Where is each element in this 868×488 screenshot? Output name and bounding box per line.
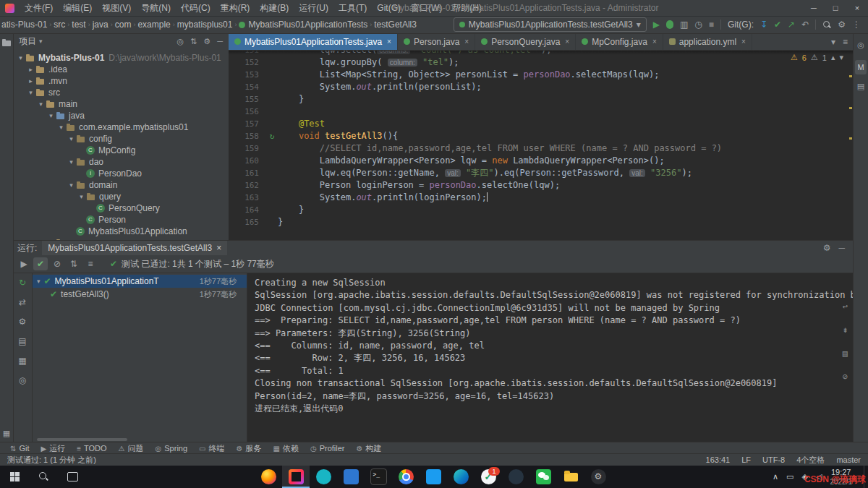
test-suite-row[interactable]: ▾ ✔ MybatisPlus01ApplicationT 1秒77毫秒 bbox=[33, 275, 247, 288]
breadcrumb-item[interactable]: src bbox=[54, 20, 65, 30]
taskbar-app-dark[interactable] bbox=[502, 466, 529, 488]
git-push-button[interactable]: ↗ bbox=[788, 20, 795, 30]
menu-code[interactable]: 代码(C) bbox=[176, 0, 216, 16]
profiler-button[interactable]: ◷ bbox=[694, 20, 702, 30]
pin-tab-icon[interactable]: ▤ bbox=[18, 336, 26, 346]
tab-personquery[interactable]: PersonQuery.java × bbox=[475, 33, 576, 50]
tree-item-mpconfig[interactable]: MpConfig bbox=[13, 145, 229, 156]
run-panel-tab[interactable]: MybatisPlus01ApplicationTests.testGetAll… bbox=[42, 241, 227, 255]
taskbar-terminal[interactable] bbox=[365, 466, 392, 488]
editor-scrollbar[interactable] bbox=[849, 51, 852, 240]
soft-wrap-icon[interactable]: ↩ bbox=[843, 301, 848, 313]
minimize-button[interactable]: ─ bbox=[803, 0, 825, 16]
more-options-icon[interactable]: ⋮ bbox=[852, 20, 861, 30]
breadcrumb-item[interactable]: testGetAll3 bbox=[374, 20, 417, 30]
breadcrumb-item[interactable]: com bbox=[115, 20, 132, 30]
toolwindow-todo-button[interactable]: ≡ TODO bbox=[71, 442, 112, 454]
tree-item-domain[interactable]: ▾ domain bbox=[13, 179, 229, 191]
tree-item-src[interactable]: ▾ src bbox=[13, 87, 229, 98]
close-tab-icon[interactable]: × bbox=[216, 243, 221, 253]
code-line[interactable]: 162 Person loginPerson = personDao.selec… bbox=[229, 179, 854, 192]
taskbar-chrome[interactable] bbox=[392, 466, 420, 488]
taskbar-vscode[interactable] bbox=[420, 466, 447, 488]
inspections-widget[interactable]: ⚠ 6 ⚠ 1 ▴ ▾ bbox=[791, 53, 843, 62]
code-line[interactable]: 153 List<Map<String, Object>> personList… bbox=[229, 69, 854, 81]
clear-console-icon[interactable]: ⊘ bbox=[843, 371, 848, 383]
chevron-down-icon[interactable]: ▾ bbox=[39, 36, 43, 46]
tree-item-java[interactable]: ▾ java bbox=[13, 110, 229, 121]
close-tab-icon[interactable]: × bbox=[387, 38, 391, 46]
code-editor[interactable]: ⚠ 6 ⚠ 1 ▴ ▾ 151 lqw.select(columns: "cou… bbox=[229, 51, 854, 240]
coverage-button[interactable]: ▥ bbox=[680, 20, 688, 30]
taskbar-intellij[interactable] bbox=[282, 466, 310, 488]
code-line[interactable]: 160 LambdaQueryWrapper<Person> lqw = new… bbox=[229, 155, 854, 167]
breadcrumb-item[interactable]: MybatisPlus01ApplicationTests bbox=[248, 20, 367, 30]
code-line[interactable]: 163 System.out.println(loginPerson); bbox=[229, 192, 854, 204]
code-line[interactable]: 159 //SELECT id,name,password,age,tel FR… bbox=[229, 142, 854, 155]
code-line[interactable]: 164 } bbox=[229, 204, 854, 216]
history-icon[interactable]: ▦ bbox=[18, 356, 26, 366]
hide-panel-icon[interactable]: ─ bbox=[217, 37, 223, 46]
code-line[interactable]: 156 bbox=[229, 106, 854, 118]
tree-item-persondao[interactable]: PersonDao bbox=[13, 168, 229, 179]
toolwindow-terminal-button[interactable]: ▭ 终端 bbox=[193, 442, 230, 454]
tree-item-mvn[interactable]: ▸ .mvn bbox=[13, 75, 229, 87]
indent-setting[interactable]: 4个空格 bbox=[796, 455, 825, 466]
project-toolwindow-icon[interactable] bbox=[2, 39, 11, 46]
menu-view[interactable]: 视图(V) bbox=[97, 0, 136, 16]
tab-application-yml[interactable]: application.yml × bbox=[663, 33, 752, 50]
code-line[interactable]: 151 lqw.select(columns: "count(*) as cou… bbox=[229, 51, 854, 56]
taskbar-app-teal[interactable] bbox=[310, 466, 337, 488]
taskbar-app-check[interactable]: 1 bbox=[475, 466, 502, 488]
hide-panel-icon[interactable]: ─ bbox=[838, 243, 845, 253]
show-ignored-toggle[interactable]: ⊘ bbox=[50, 257, 64, 270]
run-console[interactable]: Creating a new SqlSession SqlSession [or… bbox=[247, 273, 854, 443]
show-passed-toggle[interactable]: ✔ bbox=[33, 257, 48, 270]
hidden-tabs-icon[interactable]: ▾ bbox=[831, 37, 835, 47]
code-line[interactable]: 152 lqw.groupBy( column: "tel"); bbox=[229, 56, 854, 69]
run-configuration-select[interactable]: MybatisPlus01ApplicationTests.testGetAll… bbox=[454, 17, 647, 32]
editor-menu-icon[interactable]: ≡ bbox=[843, 37, 848, 47]
cursor-position[interactable]: 163:41 bbox=[706, 455, 731, 464]
taskbar-settings[interactable] bbox=[584, 466, 612, 488]
tray-expand-icon[interactable]: ∧ bbox=[773, 472, 778, 481]
tab-person[interactable]: Person.java × bbox=[398, 33, 475, 50]
tree-item-config[interactable]: ▾ config bbox=[13, 133, 229, 145]
breadcrumb-item[interactable]: atis-Plus-01 bbox=[1, 20, 47, 30]
prev-problem-icon[interactable]: ▴ bbox=[831, 53, 835, 62]
menu-file[interactable]: 文件(F) bbox=[20, 0, 58, 16]
code-line[interactable]: 157 @Test bbox=[229, 118, 854, 130]
toolwindow-dependencies-button[interactable]: ▦ 依赖 bbox=[268, 442, 305, 454]
tree-item-personquery[interactable]: PersonQuery bbox=[13, 202, 229, 214]
tree-item-project-root[interactable]: ▾ Mybatis-Plus-01 D:\java\work\Mybatis-P… bbox=[13, 52, 229, 64]
taskbar-app-blue[interactable] bbox=[337, 466, 365, 488]
tree-item-main[interactable]: ▾ main bbox=[13, 98, 229, 110]
maximize-button[interactable]: □ bbox=[825, 0, 846, 16]
git-rollback-button[interactable]: ↶ bbox=[801, 20, 809, 30]
tree-item-package[interactable]: ▾ com.example.mybatisplus01 bbox=[13, 121, 229, 133]
close-tab-icon[interactable]: × bbox=[565, 38, 569, 46]
run-button[interactable]: ▶ bbox=[653, 20, 660, 30]
rerun-icon[interactable]: ↻ bbox=[19, 278, 26, 288]
menu-refactor[interactable]: 重构(R) bbox=[216, 0, 255, 16]
maven-toolwindow-icon[interactable]: M bbox=[855, 60, 866, 74]
code-line[interactable]: 154 System.out.println(personList); bbox=[229, 81, 854, 93]
gradle-toolwindow-icon[interactable]: ▤ bbox=[857, 82, 864, 91]
toolwindow-git-button[interactable]: ⇅ Git bbox=[4, 442, 35, 454]
taskbar-wechat[interactable] bbox=[529, 466, 557, 488]
menu-tools[interactable]: 工具(T) bbox=[333, 0, 372, 16]
test-case-row[interactable]: ✔ testGetAll3() 1秒77毫秒 bbox=[33, 288, 247, 301]
task-view-button[interactable] bbox=[58, 466, 87, 488]
breadcrumb-item[interactable]: java bbox=[93, 20, 109, 30]
tree-item-person[interactable]: Person bbox=[13, 214, 229, 226]
sort-alphabetically-icon[interactable]: ⇅ bbox=[67, 257, 81, 270]
git-branch[interactable]: master bbox=[836, 455, 861, 464]
touch-keyboard-icon[interactable]: ▭ bbox=[786, 472, 793, 481]
navigate-icon[interactable]: ◎ bbox=[19, 375, 26, 385]
next-problem-icon[interactable]: ▾ bbox=[839, 53, 843, 62]
close-tab-icon[interactable]: × bbox=[741, 38, 746, 46]
toolwindow-problems-button[interactable]: ⚠ 问题 bbox=[113, 442, 150, 454]
file-encoding[interactable]: UTF-8 bbox=[762, 455, 785, 464]
close-tab-icon[interactable]: × bbox=[464, 38, 469, 46]
toolwindow-build-button[interactable]: ⚙ 构建 bbox=[351, 442, 388, 454]
